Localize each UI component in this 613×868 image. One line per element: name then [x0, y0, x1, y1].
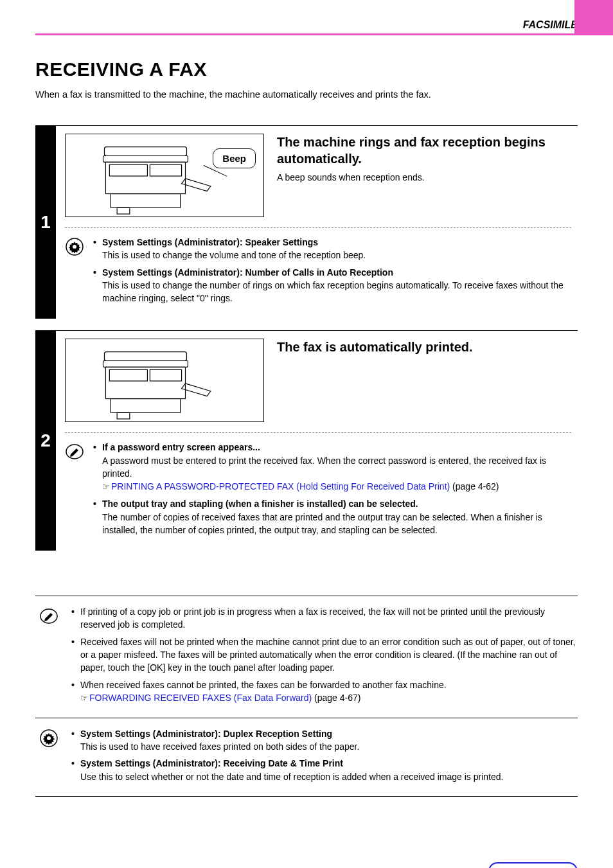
svg-rect-1 [103, 155, 188, 162]
note-item: System Settings (Administrator): Speaker… [93, 236, 571, 262]
step-1: 1 [35, 125, 578, 319]
svg-rect-13 [150, 370, 181, 382]
svg-rect-3 [109, 164, 147, 176]
section-tab [574, 0, 613, 35]
step-description: A beep sounds when reception ends. [277, 172, 571, 182]
svg-rect-5 [111, 194, 180, 208]
pointer-icon: ☞ [102, 482, 110, 492]
contents-button[interactable]: Contents [488, 862, 578, 868]
svg-rect-14 [111, 399, 180, 413]
machine-illustration: Beep [65, 134, 264, 217]
svg-rect-9 [104, 352, 186, 361]
svg-rect-0 [104, 147, 186, 156]
page-title: RECEIVING A FAX [35, 58, 578, 80]
note-item: System Settings (Administrator): Duplex … [71, 727, 578, 754]
note-item: If printing of a copy job or print job i… [71, 605, 578, 632]
note-item: System Settings (Administrator): Number … [93, 266, 571, 305]
svg-rect-15 [117, 413, 130, 420]
beep-callout: Beep [213, 148, 256, 168]
note-item: System Settings (Administrator): Receivi… [71, 757, 578, 783]
gear-icon [65, 237, 84, 256]
step-number: 2 [35, 331, 56, 551]
svg-rect-10 [103, 361, 188, 368]
svg-rect-2 [105, 162, 185, 193]
note-item: If a password entry screen appears... A … [93, 441, 571, 493]
pencil-icon [65, 442, 84, 461]
note-item: The output tray and stapling (when a fin… [93, 497, 571, 536]
svg-point-19 [47, 736, 51, 740]
svg-rect-12 [109, 370, 147, 382]
divider [65, 227, 571, 228]
info-note-block: If printing of a copy job or print job i… [35, 596, 578, 718]
machine-illustration [65, 339, 264, 422]
note-item: When received faxes cannot be printed, t… [71, 678, 578, 705]
section-name: FACSIMILE [35, 19, 578, 31]
svg-rect-6 [117, 208, 130, 214]
pencil-icon [39, 607, 58, 626]
note-item: Received faxes will not be printed when … [71, 635, 578, 675]
intro-text: When a fax is transmitted to the machine… [35, 89, 578, 100]
svg-rect-4 [150, 164, 181, 176]
step-heading: The machine rings and fax reception begi… [277, 134, 571, 167]
svg-rect-11 [105, 368, 185, 399]
header-rule [35, 33, 578, 35]
svg-point-8 [73, 245, 76, 249]
password-fax-link[interactable]: PRINTING A PASSWORD-PROTECTED FAX (Hold … [111, 481, 450, 492]
forwarding-link[interactable]: FORWARDING RECEIVED FAXES (Fax Data Forw… [89, 693, 312, 703]
settings-note-block: System Settings (Administrator): Duplex … [35, 718, 578, 797]
step-heading: The fax is automatically printed. [277, 339, 571, 355]
gear-icon [39, 729, 58, 748]
step-2: 2 [35, 330, 578, 551]
pointer-icon: ☞ [80, 693, 88, 703]
step-number: 1 [35, 126, 56, 319]
divider [65, 432, 571, 433]
